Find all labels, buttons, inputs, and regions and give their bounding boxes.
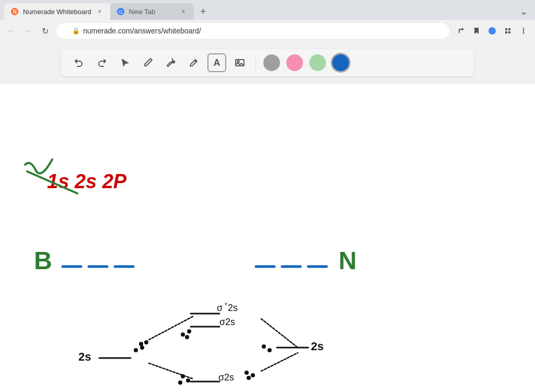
pencil-button[interactable] [138,53,157,72]
browser-toolbar-right [453,24,531,38]
svg-line-51 [261,353,298,371]
color-gray[interactable] [263,54,280,71]
profile-button[interactable] [485,24,499,38]
svg-point-49 [178,381,182,385]
tab-new-close[interactable]: × [179,7,188,16]
reload-button[interactable]: ↻ [38,24,52,38]
svg-point-4 [489,27,496,34]
svg-line-31 [149,363,193,379]
whiteboard-toolbar: A [61,49,474,76]
svg-point-29 [139,342,143,346]
svg-rect-6 [508,28,510,30]
svg-text:N: N [339,247,357,274]
tab-numerade[interactable]: N Numerade Whiteboard × [4,3,110,20]
svg-rect-7 [505,31,507,33]
share-button[interactable] [453,24,468,38]
svg-point-11 [523,32,525,34]
svg-text:*: * [225,302,227,309]
svg-point-52 [245,371,249,375]
new-tab-button[interactable]: + [196,4,211,19]
image-button[interactable] [230,53,249,72]
svg-point-40 [185,335,189,339]
whiteboard-toolbar-container: A [0,42,535,84]
select-button[interactable] [115,53,134,72]
extensions-button[interactable] [501,24,515,38]
svg-point-48 [186,378,190,383]
toolbar-divider [255,55,256,70]
bookmark-button[interactable] [469,24,484,38]
svg-text:1s  2s  2P: 1s 2s 2P [47,170,127,192]
url-bar[interactable]: 🔒 numerade.com/answers/whiteboard/ [56,23,449,39]
color-green[interactable] [309,54,326,71]
tab-bar: N Numerade Whiteboard × G New Tab × + ⌄ [0,0,535,20]
svg-point-27 [140,345,144,350]
svg-point-26 [134,348,138,352]
svg-text:σ: σ [217,303,223,313]
svg-point-38 [181,332,185,337]
svg-point-43 [268,348,272,352]
svg-text:B: B [34,247,52,274]
text-button[interactable]: A [207,53,226,72]
svg-point-42 [262,344,266,349]
svg-text:2s: 2s [78,350,91,363]
tab-overflow-button[interactable]: ⌄ [516,4,531,19]
undo-button[interactable] [69,53,88,72]
svg-text:N: N [13,9,16,15]
tab-new-favicon: G [117,7,125,16]
svg-rect-5 [505,28,507,30]
svg-point-9 [523,28,525,30]
svg-text:2s: 2s [228,303,238,313]
svg-line-41 [261,319,298,348]
svg-point-47 [181,374,185,378]
color-blue[interactable] [332,54,349,71]
marker-button[interactable] [184,53,203,72]
svg-point-53 [251,373,255,377]
svg-rect-8 [508,31,510,33]
drawing-layer: 1s 2s 2P B N 2s σ * 2s [0,84,535,392]
lock-icon: 🔒 [72,27,80,34]
menu-button[interactable] [516,24,531,38]
tab-numerade-label: Numerade Whiteboard [23,8,91,16]
tab-numerade-close[interactable]: × [96,7,104,16]
svg-point-39 [187,329,191,333]
forward-button[interactable]: → [21,24,36,38]
back-button[interactable]: ← [4,24,19,38]
svg-text:σ2s: σ2s [219,317,235,327]
svg-point-54 [247,376,251,380]
svg-text:σ2s: σ2s [218,372,234,383]
color-pink[interactable] [286,54,303,71]
svg-point-10 [523,30,525,32]
browser-chrome: N Numerade Whiteboard × G New Tab × + ⌄ … [0,0,535,42]
address-bar: ← → ↻ 🔒 numerade.com/answers/whiteboard/ [0,20,535,42]
whiteboard-canvas[interactable]: 1s 2s 2P B N 2s σ * 2s [0,84,535,392]
svg-text:2s: 2s [311,340,323,353]
tab-new-label: New Tab [129,8,175,16]
redo-button[interactable] [92,53,111,72]
svg-text:G: G [119,9,122,15]
svg-point-28 [144,340,148,344]
tab-new[interactable]: G New Tab × [110,3,194,20]
tab-numerade-favicon: N [10,7,19,16]
tools-button[interactable] [161,53,180,72]
url-text: numerade.com/answers/whiteboard/ [83,27,201,35]
